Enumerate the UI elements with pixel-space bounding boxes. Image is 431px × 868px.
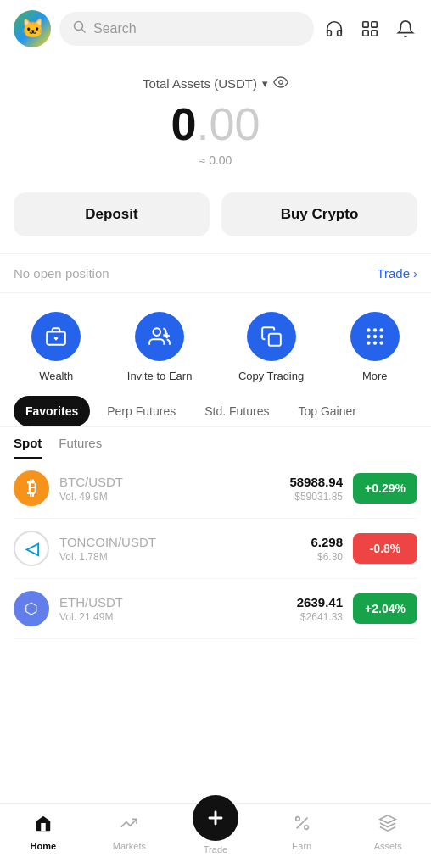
nav-markets-label: Markets	[113, 841, 146, 851]
avatar-image: 🐱	[14, 10, 51, 47]
asset-decimal: .00	[196, 101, 260, 147]
action-buttons: Deposit Buy Crypto	[0, 192, 431, 253]
ton-vol: Vol. 1.78M	[59, 551, 300, 563]
eth-name: ETH/USDT	[59, 595, 287, 609]
btc-change: +0.29%	[353, 473, 417, 504]
tab-perp-futures[interactable]: Perp Futures	[95, 396, 188, 426]
ton-icon: ◁	[14, 531, 49, 566]
scan-icon[interactable]	[358, 17, 382, 41]
svg-point-15	[373, 328, 377, 331]
invite-label: Invite to Earn	[127, 370, 193, 382]
btc-info: BTC/USDT Vol. 49.9M	[59, 475, 279, 503]
sub-tabs: Spot Futures	[0, 427, 431, 459]
eth-price-main: 2639.41	[297, 595, 343, 609]
ton-price-main: 6.298	[311, 535, 343, 549]
eth-price-sub: $2641.33	[297, 611, 343, 623]
btc-price: 58988.94 $59031.85	[289, 475, 343, 503]
svg-point-10	[153, 328, 160, 336]
svg-point-20	[367, 341, 370, 344]
buy-crypto-button[interactable]: Buy Crypto	[221, 192, 417, 236]
category-tabs: Favorites Perp Futures Std. Futures Top …	[0, 396, 431, 427]
menu-item-copy-trading[interactable]: Copy Trading	[238, 312, 304, 382]
svg-rect-5	[372, 31, 377, 36]
svg-rect-4	[363, 31, 368, 36]
nav-assets[interactable]: Assets	[362, 814, 413, 851]
subtab-futures[interactable]: Futures	[59, 436, 102, 459]
deposit-button[interactable]: Deposit	[14, 192, 210, 236]
asset-section: Total Assets (USDT) ▾ 0 .00 ≈ 0.00	[0, 58, 431, 192]
asset-label-text: Total Assets (USDT)	[143, 76, 257, 91]
btc-price-main: 58988.94	[289, 475, 343, 489]
avatar[interactable]: 🐱	[14, 10, 51, 47]
trade-link[interactable]: Trade ›	[377, 266, 417, 281]
search-bar[interactable]: Search	[59, 12, 314, 46]
subtab-spot[interactable]: Spot	[14, 436, 42, 459]
eth-info: ETH/USDT Vol. 21.49M	[59, 595, 287, 623]
nav-earn-label: Earn	[292, 841, 311, 851]
asset-visibility-icon[interactable]	[273, 75, 288, 92]
trade-chevron-icon: ›	[413, 266, 417, 281]
position-bar: No open position Trade ›	[0, 253, 431, 293]
svg-line-26	[296, 818, 307, 829]
svg-rect-13	[268, 334, 280, 346]
trade-button[interactable]	[193, 795, 238, 841]
menu-item-invite[interactable]: Invite to Earn	[127, 312, 193, 382]
search-placeholder: Search	[93, 21, 137, 36]
eth-change: +2.04%	[353, 593, 417, 624]
menu-item-wealth[interactable]: Wealth	[31, 312, 81, 382]
svg-point-19	[379, 335, 383, 338]
eth-icon: ⬡	[14, 591, 49, 626]
search-icon	[73, 20, 87, 37]
svg-rect-2	[363, 22, 368, 27]
coin-row-eth[interactable]: ⬡ ETH/USDT Vol. 21.49M 2639.41 $2641.33 …	[14, 579, 417, 639]
asset-amount: 0 .00	[14, 101, 417, 147]
markets-icon	[120, 814, 138, 837]
nav-trade-label: Trade	[204, 844, 227, 854]
earn-icon	[293, 814, 311, 837]
more-icon	[350, 312, 400, 361]
asset-label: Total Assets (USDT) ▾	[14, 75, 417, 92]
home-icon	[34, 814, 53, 837]
nav-home-label: Home	[31, 841, 57, 851]
asset-equiv: ≈ 0.00	[14, 153, 417, 167]
trade-link-label: Trade	[377, 266, 410, 281]
svg-point-28	[304, 826, 308, 830]
invite-icon	[135, 312, 184, 361]
btc-price-sub: $59031.85	[289, 491, 343, 503]
svg-point-14	[367, 328, 370, 331]
copy-trading-label: Copy Trading	[238, 370, 304, 382]
nav-assets-label: Assets	[374, 841, 402, 851]
header-icons	[322, 17, 417, 41]
headset-icon[interactable]	[322, 17, 346, 41]
nav-markets[interactable]: Markets	[104, 814, 154, 851]
coin-row-btc[interactable]: ₿ BTC/USDT Vol. 49.9M 58988.94 $59031.85…	[14, 459, 417, 519]
more-label: More	[362, 370, 388, 382]
svg-point-22	[379, 341, 383, 344]
svg-point-27	[295, 817, 299, 821]
wealth-icon	[31, 312, 81, 361]
coin-row-ton[interactable]: ◁ TONCOIN/USDT Vol. 1.78M 6.298 $6.30 -0…	[14, 519, 417, 579]
ton-price-sub: $6.30	[311, 551, 343, 563]
coin-list: ₿ BTC/USDT Vol. 49.9M 58988.94 $59031.85…	[0, 459, 431, 639]
menu-item-more[interactable]: More	[350, 312, 400, 382]
ton-name: TONCOIN/USDT	[59, 535, 300, 549]
nav-home[interactable]: Home	[18, 814, 69, 851]
tab-favorites[interactable]: Favorites	[14, 396, 90, 426]
header: 🐱 Search	[0, 0, 431, 58]
nav-earn[interactable]: Earn	[277, 814, 327, 851]
asset-whole: 0	[171, 101, 196, 147]
tab-std-futures[interactable]: Std. Futures	[193, 396, 281, 426]
svg-point-18	[373, 335, 377, 338]
eth-vol: Vol. 21.49M	[59, 611, 287, 623]
svg-point-17	[367, 335, 370, 338]
asset-dropdown-icon[interactable]: ▾	[262, 77, 268, 90]
tab-top-gainer[interactable]: Top Gainer	[286, 396, 367, 426]
bell-icon[interactable]	[394, 17, 417, 41]
nav-trade[interactable]: Trade	[190, 810, 241, 854]
bottom-nav: Home Markets Trade Earn	[0, 803, 431, 868]
svg-line-1	[82, 30, 86, 33]
ton-price: 6.298 $6.30	[311, 535, 343, 563]
btc-name: BTC/USDT	[59, 475, 279, 489]
ton-change: -0.8%	[353, 533, 417, 564]
position-text: No open position	[14, 266, 109, 281]
